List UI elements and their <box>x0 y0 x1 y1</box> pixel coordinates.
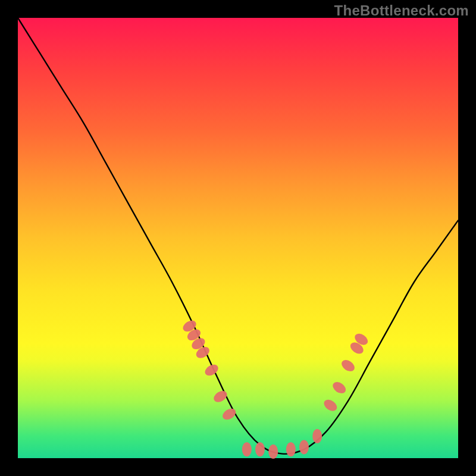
chart-frame: TheBottleneck.com <box>0 0 476 476</box>
watermark-text: TheBottleneck.com <box>334 2 469 19</box>
plot-area <box>18 18 458 458</box>
